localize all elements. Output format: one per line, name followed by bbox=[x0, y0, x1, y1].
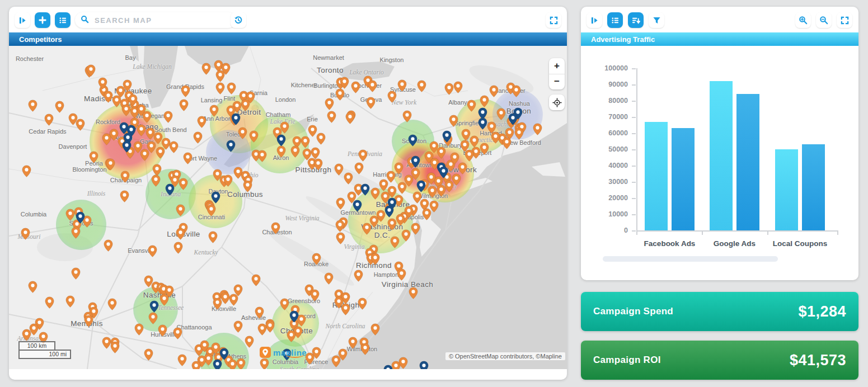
map-pin-orange[interactable] bbox=[243, 180, 252, 192]
map-pin-orange[interactable] bbox=[104, 239, 113, 252]
map-pin-orange[interactable] bbox=[169, 141, 179, 153]
map-pin-orange[interactable] bbox=[336, 232, 345, 244]
map-pin-orange[interactable] bbox=[331, 355, 341, 367]
map-pin-orange[interactable] bbox=[55, 101, 64, 113]
map-pin-orange[interactable] bbox=[502, 137, 512, 149]
map-pin-blue[interactable] bbox=[353, 200, 362, 212]
map-pin-orange[interactable] bbox=[404, 206, 414, 218]
map-pin-blue[interactable] bbox=[289, 310, 299, 323]
map-pin-orange[interactable] bbox=[86, 64, 96, 77]
map-pin-orange[interactable] bbox=[480, 143, 489, 155]
map-pin-orange[interactable] bbox=[354, 270, 363, 282]
map-pin-orange[interactable] bbox=[236, 358, 246, 369]
map-pin-blue[interactable] bbox=[384, 205, 394, 218]
map-pin-orange[interactable] bbox=[110, 341, 120, 353]
map-pin-orange[interactable] bbox=[191, 361, 201, 369]
map-pin-orange[interactable] bbox=[271, 222, 280, 234]
map-pin-orange[interactable] bbox=[465, 149, 474, 162]
map-pin-orange[interactable] bbox=[257, 150, 267, 162]
map-pin-orange[interactable] bbox=[227, 82, 236, 95]
add-icon[interactable] bbox=[35, 12, 50, 28]
map-pin-blue[interactable] bbox=[508, 113, 518, 125]
map-pin-orange[interactable] bbox=[44, 114, 54, 126]
map-pin-blue[interactable] bbox=[213, 359, 222, 369]
map-pin-orange[interactable] bbox=[345, 112, 355, 124]
zoom-in-icon[interactable] bbox=[795, 12, 811, 28]
map-pin-blue[interactable] bbox=[122, 140, 132, 153]
bar-local-coupons-series-2[interactable] bbox=[802, 144, 825, 230]
map-pin-blue[interactable] bbox=[231, 113, 241, 125]
map-pin-orange[interactable] bbox=[325, 98, 334, 110]
map-pin-orange[interactable] bbox=[257, 323, 267, 336]
map-pin-orange[interactable] bbox=[241, 99, 250, 111]
map-pin-orange[interactable] bbox=[148, 245, 157, 257]
map-pin-orange[interactable] bbox=[181, 85, 190, 97]
map-pin-orange[interactable] bbox=[324, 272, 334, 285]
map-pin-orange[interactable] bbox=[387, 91, 397, 103]
map-pin-blue[interactable] bbox=[439, 166, 448, 178]
map-pin-orange[interactable] bbox=[533, 123, 542, 135]
map-pin-orange[interactable] bbox=[106, 158, 115, 171]
map-pin-orange[interactable] bbox=[397, 79, 407, 92]
map-pin-orange[interactable] bbox=[156, 147, 165, 159]
map-pin-orange[interactable] bbox=[290, 145, 300, 158]
map-pin-orange[interactable] bbox=[348, 337, 358, 349]
map-pin-orange[interactable] bbox=[71, 226, 81, 239]
map-pin-orange[interactable] bbox=[512, 85, 521, 97]
map-pin-orange[interactable] bbox=[140, 149, 149, 161]
map-pin-orange[interactable] bbox=[287, 330, 296, 342]
map-canvas[interactable]: RochesterBayLake MichiganMilwaukeeMadiso… bbox=[9, 46, 567, 369]
map-pin-orange[interactable] bbox=[401, 229, 411, 242]
map-pin-orange[interactable] bbox=[251, 274, 261, 286]
map-pin-orange[interactable] bbox=[514, 128, 524, 140]
filter-icon[interactable] bbox=[649, 12, 664, 28]
map-pin-orange[interactable] bbox=[458, 162, 467, 174]
map-pin-orange[interactable] bbox=[215, 70, 225, 82]
map-pin-orange[interactable] bbox=[104, 91, 113, 103]
map-pin-orange[interactable] bbox=[437, 147, 446, 159]
map-pin-orange[interactable] bbox=[28, 281, 37, 293]
zoom-in-button[interactable]: + bbox=[549, 58, 565, 74]
map-pin-orange[interactable] bbox=[28, 100, 37, 112]
map-pin-orange[interactable] bbox=[173, 242, 183, 254]
map-pin-orange[interactable] bbox=[215, 82, 225, 95]
map-pin-orange[interactable] bbox=[310, 289, 320, 301]
map-pin-blue[interactable] bbox=[276, 134, 286, 147]
map-pin-orange[interactable] bbox=[411, 223, 420, 235]
map-pin-orange[interactable] bbox=[233, 320, 243, 333]
map-pin-orange[interactable] bbox=[179, 99, 189, 111]
map-pin-blue[interactable] bbox=[226, 140, 236, 152]
map-pin-orange[interactable] bbox=[183, 152, 193, 164]
map-pin-orange[interactable] bbox=[98, 77, 107, 89]
map-pin-orange[interactable] bbox=[398, 357, 408, 369]
map-pin-orange[interactable] bbox=[207, 204, 216, 216]
map-pin-orange[interactable] bbox=[397, 268, 406, 281]
map-pin-orange[interactable] bbox=[128, 94, 138, 106]
map-pin-orange[interactable] bbox=[449, 115, 458, 127]
map-pin-orange[interactable] bbox=[176, 228, 185, 240]
map-pin-blue[interactable] bbox=[219, 348, 229, 360]
map-pin-orange[interactable] bbox=[334, 163, 344, 176]
map-pin-orange[interactable] bbox=[335, 88, 345, 101]
map-pin-orange[interactable] bbox=[193, 131, 203, 144]
bar-facebook-ads-series-2[interactable] bbox=[672, 128, 695, 230]
map-pin-orange[interactable] bbox=[84, 315, 93, 327]
map-pin-orange[interactable] bbox=[444, 83, 454, 95]
map-pin-orange[interactable] bbox=[45, 296, 54, 309]
sidebar-toggle-icon[interactable] bbox=[15, 12, 30, 28]
map-pin-orange[interactable] bbox=[176, 204, 185, 216]
search-input[interactable] bbox=[93, 16, 231, 25]
map-search[interactable] bbox=[75, 12, 236, 28]
map-pin-blue[interactable] bbox=[149, 300, 159, 313]
locate-button[interactable] bbox=[549, 95, 565, 110]
map-pin-orange[interactable] bbox=[335, 220, 345, 232]
map-pin-orange[interactable] bbox=[112, 95, 121, 107]
map-pin-orange[interactable] bbox=[22, 329, 31, 341]
bar-google-ads-series-1[interactable] bbox=[710, 81, 733, 230]
map-pin-orange[interactable] bbox=[417, 80, 426, 92]
sort-icon[interactable] bbox=[628, 12, 644, 28]
list-icon[interactable] bbox=[55, 12, 71, 28]
map-pin-orange[interactable] bbox=[313, 158, 323, 171]
map-pin-orange[interactable] bbox=[238, 127, 247, 139]
map-pin-orange[interactable] bbox=[370, 187, 380, 200]
